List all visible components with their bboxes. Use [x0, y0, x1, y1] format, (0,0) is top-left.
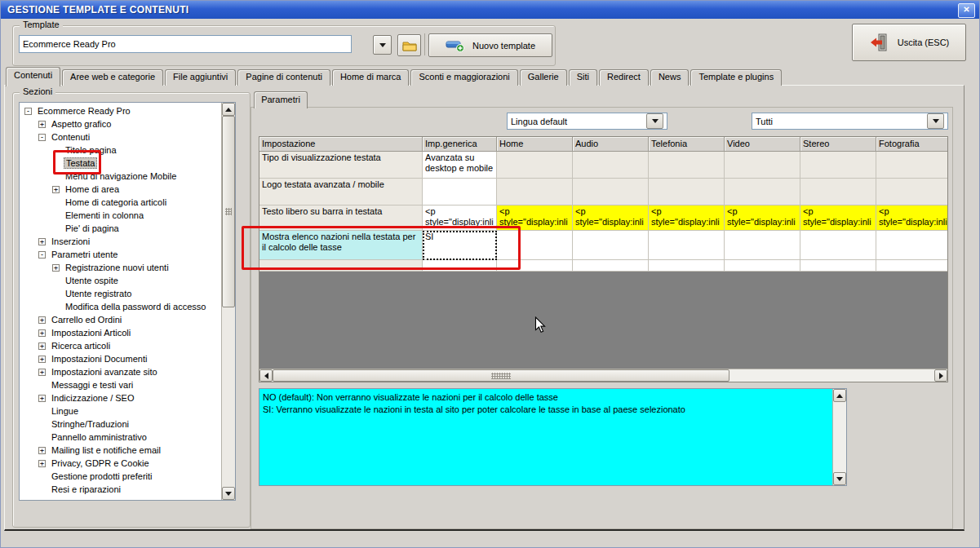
tab-redirect[interactable]: Redirect [599, 69, 649, 86]
tab-contenuti[interactable]: Contenuti [6, 67, 60, 86]
grid-scrollbar-thumb[interactable] [273, 369, 729, 382]
template-combobox-arrow[interactable] [373, 35, 392, 55]
scroll-up-button[interactable] [833, 389, 846, 402]
tab-news[interactable]: News [650, 69, 690, 86]
tree-item-ricerca-articoli[interactable]: +Ricerca articoli [20, 339, 221, 352]
tree-item-resi-e-riparazioni[interactable]: Resi e riparazioni [20, 483, 221, 496]
expand-plus-icon[interactable]: + [38, 316, 46, 324]
setting-value-cell[interactable] [725, 260, 800, 272]
tab-template-e-plugins[interactable]: Template e plugins [690, 69, 782, 86]
setting-value-cell[interactable] [876, 179, 948, 206]
expand-plus-icon[interactable]: + [38, 121, 46, 128]
expand-plus-icon[interactable]: + [38, 460, 46, 467]
help-box-scrollbar[interactable] [832, 389, 846, 485]
grid-column-header-impostazione[interactable]: Impostazione [259, 137, 423, 152]
tab-pagine-di-contenuti[interactable]: Pagine di contenuti [237, 69, 330, 86]
setting-name-cell[interactable]: Tipo di visualizzazione testata [259, 152, 423, 179]
area-web-combobox-arrow[interactable] [927, 113, 944, 129]
grid-column-header-home[interactable]: Home [497, 137, 573, 152]
expand-plus-icon[interactable]: + [38, 329, 46, 337]
expand-plus-icon[interactable]: + [38, 342, 46, 350]
scroll-down-button[interactable] [222, 487, 235, 500]
exit-button[interactable]: Uscita (ESC) [852, 24, 966, 61]
setting-value-cell[interactable] [725, 152, 800, 179]
setting-value-cell[interactable] [423, 179, 497, 206]
setting-value-cell[interactable] [876, 231, 948, 260]
tree-item-messaggi-e-testi-vari[interactable]: Messaggi e testi vari [20, 378, 221, 391]
scroll-down-button[interactable] [833, 472, 846, 485]
tree-item-gestione-prodotti-preferiti[interactable]: Gestione prodotti preferiti [20, 470, 221, 483]
expand-plus-icon[interactable]: + [38, 238, 46, 245]
tree-item-pie-di-pagina[interactable]: Pie' di pagina [20, 222, 221, 235]
setting-value-cell[interactable] [573, 260, 649, 272]
expand-plus-icon[interactable]: + [52, 186, 60, 193]
tree-item-lingue[interactable]: Lingue [20, 404, 221, 418]
tree-item-pannello-amministrativo[interactable]: Pannello amministrativo [20, 431, 221, 444]
tree-item-mailing-list-e-notifiche-email[interactable]: +Mailing list e notifiche email [20, 444, 221, 457]
expand-plus-icon[interactable]: + [52, 264, 60, 272]
tree-item-utente-registrato[interactable]: Utente registrato [20, 287, 221, 300]
tree-item-impostazioni-avanzate-sito[interactable]: +Impostazioni avanzate sito [20, 365, 221, 378]
setting-value-cell[interactable] [725, 231, 800, 260]
collapse-minus-icon[interactable]: - [24, 108, 32, 115]
tab-parametri[interactable]: Parametri [254, 91, 308, 108]
tab-sconti-e-maggiorazioni[interactable]: Sconti e maggiorazioni [410, 69, 517, 86]
tree-item-registrazione-nuovi-utenti[interactable]: +Registrazione nuovi utenti [20, 261, 221, 274]
setting-value-cell[interactable] [800, 152, 876, 179]
tree-item-menu-di-navigazione-mobile[interactable]: Menu di navigazione Mobile [20, 170, 221, 183]
setting-value-cell[interactable] [649, 231, 725, 260]
setting-value-cell[interactable]: <p style="display:inli [725, 206, 800, 231]
tree-item-contenuti[interactable]: -Contenuti [20, 130, 221, 144]
setting-value-cell[interactable] [573, 179, 649, 206]
new-template-button[interactable]: Nuovo template [428, 33, 552, 57]
setting-value-cell[interactable] [573, 152, 649, 179]
tree-item-carrello-ed-ordini[interactable]: +Carrello ed Ordini [20, 313, 221, 326]
setting-value-cell[interactable] [649, 179, 725, 206]
tree-item-indicizzazione-seo[interactable]: +Indicizzazione / SEO [20, 391, 221, 404]
grid-horizontal-scrollbar[interactable] [259, 369, 947, 382]
tab-gallerie[interactable]: Gallerie [520, 69, 567, 86]
setting-value-cell[interactable] [649, 260, 725, 272]
tree-item-home-di-area[interactable]: +Home di area [20, 183, 221, 196]
lingua-combobox[interactable]: Lingua default [507, 113, 667, 130]
grid-column-header-imp-generica[interactable]: Imp.generica [423, 137, 497, 152]
setting-value-cell[interactable] [800, 231, 876, 260]
expand-plus-icon[interactable]: + [38, 447, 46, 454]
scroll-right-button[interactable] [934, 369, 947, 382]
setting-value-cell[interactable] [497, 152, 573, 179]
lingua-combobox-arrow[interactable] [646, 113, 663, 129]
tab-home-di-marca[interactable]: Home di marca [332, 69, 410, 86]
setting-value-cell[interactable] [497, 179, 573, 206]
open-template-button[interactable] [397, 34, 421, 56]
setting-value-cell[interactable]: <p style="display:inli [876, 206, 948, 231]
scroll-up-button[interactable] [222, 103, 235, 116]
setting-value-cell[interactable] [800, 179, 876, 206]
tree-item-utente-ospite[interactable]: Utente ospite [20, 274, 221, 287]
tree-item-parametri-utente[interactable]: -Parametri utente [20, 248, 221, 261]
scroll-left-button[interactable] [259, 369, 273, 382]
close-button[interactable]: ✕ [958, 3, 975, 18]
collapse-minus-icon[interactable]: - [38, 251, 46, 259]
tree-item-testata[interactable]: Testata [20, 157, 221, 170]
tree-scrollbar-thumb[interactable] [222, 116, 235, 307]
setting-value-cell[interactable] [876, 260, 948, 272]
setting-value-cell[interactable] [573, 231, 649, 260]
grid-column-header-video[interactable]: Video [725, 137, 800, 152]
setting-value-cell[interactable]: Avanzata su desktop e mobile [423, 152, 497, 179]
tree-item-elementi-in-colonna[interactable]: Elementi in colonna [20, 209, 221, 222]
tree-item-impostazioni-articoli[interactable]: +Impostazioni Articoli [20, 326, 221, 339]
tab-siti[interactable]: Siti [569, 69, 597, 86]
setting-value-cell[interactable]: <p style="display:inli [573, 206, 649, 231]
expand-plus-icon[interactable]: + [38, 369, 46, 376]
grid-column-header-audio[interactable]: Audio [573, 137, 649, 152]
setting-value-cell[interactable]: <p style="display:inli [800, 206, 876, 231]
area-web-combobox[interactable]: Tutti [752, 113, 948, 130]
expand-plus-icon[interactable]: + [38, 395, 46, 402]
template-combobox-input[interactable]: Ecommerce Ready Pro [19, 35, 352, 53]
setting-value-cell[interactable]: <p style="display:inli [649, 206, 725, 231]
tab-file-aggiuntivi[interactable]: File aggiuntivi [165, 69, 236, 86]
tree-item-stringhe-traduzioni[interactable]: Stringhe/Traduzioni [20, 418, 221, 431]
grid-column-header-stereo[interactable]: Stereo [800, 137, 876, 152]
tree-item-impostazioni-documenti[interactable]: +Impostazioni Documenti [20, 352, 221, 365]
collapse-minus-icon[interactable]: - [38, 134, 46, 141]
